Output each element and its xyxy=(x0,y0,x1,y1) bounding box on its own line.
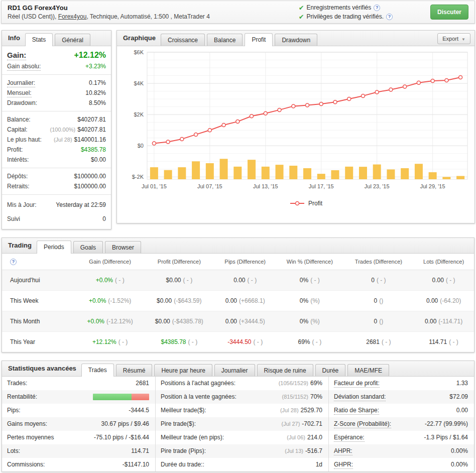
table-cell: +0.0%(-1.52%) xyxy=(76,290,144,311)
tab-trading-browser[interactable]: Browser xyxy=(105,241,141,253)
daily-bar[interactable] xyxy=(206,163,214,179)
stat-value-prefix: (Jul 28) xyxy=(280,407,299,413)
daily-bar[interactable] xyxy=(178,167,186,179)
profit-point[interactable] xyxy=(278,108,281,111)
daily-bar[interactable] xyxy=(164,170,172,179)
info-value-main: 10.82% xyxy=(85,89,106,96)
daily-bar[interactable] xyxy=(331,170,339,179)
stat-label: Z-Score (Probabilité): xyxy=(334,420,391,427)
tab-info-general[interactable]: Général xyxy=(55,34,90,46)
period-label: This Week xyxy=(2,290,76,311)
profit-point[interactable] xyxy=(333,100,337,104)
profit-point[interactable] xyxy=(264,111,267,115)
profit-point[interactable] xyxy=(375,90,379,94)
info-section: Gain:+12.12%Gain absolu:+3.23% xyxy=(2,46,111,75)
profit-point[interactable] xyxy=(250,114,254,118)
daily-bar[interactable] xyxy=(303,168,311,179)
profit-point[interactable] xyxy=(194,133,198,136)
account-header: RD1 GG Forex4You Réel (USD Cent)), Forex… xyxy=(1,1,475,24)
profit-point[interactable] xyxy=(306,103,309,107)
profit-point[interactable] xyxy=(236,120,240,124)
daily-bar[interactable] xyxy=(317,174,325,179)
daily-bar[interactable] xyxy=(456,176,464,179)
stats-group-2: Positions à l'achat gagnées:(1056/1529)6… xyxy=(155,377,328,471)
tab-stats-duree[interactable]: Durée xyxy=(315,364,346,376)
profit-point[interactable] xyxy=(319,102,323,106)
tab-chart-drawdown[interactable]: Drawdown xyxy=(275,34,317,46)
daily-bar[interactable] xyxy=(429,172,437,179)
cell-difference: (-$4385.78) xyxy=(172,318,203,325)
cell-difference: ( - ) xyxy=(449,338,458,345)
cell-difference: ( - ) xyxy=(377,277,386,284)
stat-label: Pire trade (Pips): xyxy=(161,447,206,454)
tab-stats-journalier[interactable]: Journalier xyxy=(214,364,255,376)
profit-point[interactable] xyxy=(208,129,211,132)
broker-link[interactable]: Forex4you xyxy=(58,13,87,20)
tab-chart-balance[interactable]: Balance xyxy=(207,34,243,46)
column-header-trades-difference: Trades (Difference) xyxy=(344,254,413,270)
daily-bar[interactable] xyxy=(387,169,395,179)
daily-bar[interactable] xyxy=(233,167,242,179)
daily-bar[interactable] xyxy=(442,177,450,179)
stat-value-main: 0.00% xyxy=(451,447,468,454)
profit-point[interactable] xyxy=(403,85,407,88)
info-label-text: Retraits: xyxy=(7,183,30,190)
profit-point[interactable] xyxy=(362,94,365,97)
stat-label: Pire trade($): xyxy=(161,420,196,427)
daily-bar[interactable] xyxy=(345,167,353,179)
profit-point[interactable] xyxy=(459,76,462,79)
profit-point[interactable] xyxy=(222,124,225,127)
daily-bar[interactable] xyxy=(150,167,158,179)
profit-point[interactable] xyxy=(389,88,393,91)
trading-panel-title: Trading xyxy=(8,242,32,249)
cell-difference: (-114.71) xyxy=(438,318,462,325)
stat-value-main: 0.00% xyxy=(451,461,468,468)
cell-value: 0 xyxy=(371,277,375,284)
help-icon[interactable]: ? xyxy=(374,5,380,11)
profit-point[interactable] xyxy=(166,140,170,144)
cell-difference: (-1.52%) xyxy=(108,297,131,304)
profit-point[interactable] xyxy=(292,104,295,108)
tab-info-stats[interactable]: Stats xyxy=(25,33,53,46)
daily-bar[interactable] xyxy=(220,159,228,179)
profit-point[interactable] xyxy=(445,78,448,82)
stat-row-duree-du-trade: Durée du trade::1d xyxy=(156,458,328,471)
tab-stats-heure-par-heure[interactable]: Heure par heure xyxy=(154,364,212,376)
tab-stats-risque-de-ruine[interactable]: Risque de ruine xyxy=(257,364,313,376)
info-value-main: +12.12% xyxy=(74,51,106,59)
tab-stats-resume[interactable]: Résumé xyxy=(116,364,153,376)
tab-stats-mae-mfe[interactable]: MAE/MFE xyxy=(347,364,389,376)
daily-bar[interactable] xyxy=(262,167,270,179)
tab-chart-profit[interactable]: Profit xyxy=(245,33,273,46)
daily-bar[interactable] xyxy=(359,167,367,179)
daily-bar[interactable] xyxy=(276,165,284,179)
daily-bar[interactable] xyxy=(373,165,381,179)
tab-trading-periods[interactable]: Periods xyxy=(37,241,71,254)
info-value: $40207.81 xyxy=(77,116,106,123)
profit-point[interactable] xyxy=(180,137,184,141)
stat-value: -1.3 Pips / $1.64 xyxy=(424,434,468,441)
daily-bar[interactable] xyxy=(192,161,200,179)
legend-label[interactable]: Profit xyxy=(308,200,323,207)
export-button[interactable]: Export▼ xyxy=(437,33,470,44)
profit-point[interactable] xyxy=(417,81,420,84)
daily-bar[interactable] xyxy=(248,160,256,179)
info-label: Mis à Jour: xyxy=(7,201,37,208)
discuss-button[interactable]: Discuter xyxy=(430,5,468,20)
stat-value-main: $72.09 xyxy=(449,393,468,400)
help-icon[interactable]: ? xyxy=(10,259,17,265)
tab-chart-croissance[interactable]: Croissance xyxy=(161,34,205,46)
profit-point[interactable] xyxy=(152,142,156,145)
daily-bar[interactable] xyxy=(401,168,409,179)
profit-point[interactable] xyxy=(347,97,351,101)
daily-bar[interactable] xyxy=(415,164,423,179)
cell-value: 0 xyxy=(374,297,378,304)
tab-stats-trades[interactable]: Trades xyxy=(81,364,114,377)
help-icon[interactable]: ? xyxy=(386,14,393,20)
table-cell: +12.12%( - ) xyxy=(76,331,144,352)
daily-bar[interactable] xyxy=(289,166,297,179)
profit-point[interactable] xyxy=(431,79,434,83)
info-row-balance: Balance:$40207.81 xyxy=(7,114,106,125)
info-label: Gain absolu: xyxy=(7,63,41,70)
tab-trading-goals[interactable]: Goals xyxy=(73,241,103,253)
